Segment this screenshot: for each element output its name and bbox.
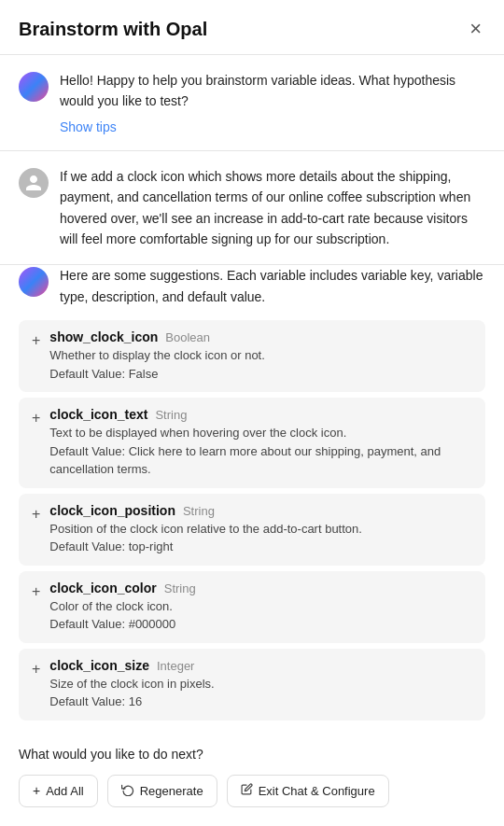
user-message-text: If we add a clock icon which shows more … [60,166,485,250]
card-key-1: clock_icon_text [49,407,147,422]
card-content-0: show_clock_icon Boolean Whether to displ… [49,329,472,383]
dialog: Brainstorm with Opal × Hello! Happy to h… [0,0,504,826]
show-tips-link[interactable]: Show tips [60,119,117,134]
card-clock-icon-position[interactable]: + clock_icon_position String Position of… [19,494,485,566]
card-plus-icon-3: + [32,581,40,602]
card-desc-1: Text to be displayed when hovering over … [49,424,472,479]
regenerate-icon [121,783,134,799]
card-desc-2: Position of the clock icon relative to t… [49,520,472,556]
card-clock-icon-size[interactable]: + clock_icon_size Integer Size of the cl… [19,649,485,721]
suggestion-cards-list: + show_clock_icon Boolean Whether to dis… [19,320,485,721]
card-clock-icon-color[interactable]: + clock_icon_color String Color of the c… [19,571,485,643]
card-type-0: Boolean [165,330,210,344]
user-message-block: If we add a clock icon which shows more … [0,151,504,265]
user-message-content: If we add a clock icon which shows more … [60,166,485,250]
card-content-1: clock_icon_text String Text to be displa… [49,407,472,479]
opal-greeting-text: Hello! Happy to help you brainstorm vari… [60,70,485,112]
dialog-title: Brainstorm with Opal [19,19,207,40]
card-content-4: clock_icon_size Integer Size of the cloc… [49,658,472,711]
user-icon [24,174,43,192]
opal-avatar-2 [19,267,49,297]
card-title-row-3: clock_icon_color String [49,581,472,595]
card-content-2: clock_icon_position String Position of t… [49,503,472,556]
opal-avatar [19,72,49,102]
card-clock-icon-text[interactable]: + clock_icon_text String Text to be disp… [19,398,485,488]
card-plus-icon-1: + [32,408,40,428]
card-title-row-0: show_clock_icon Boolean [49,329,472,344]
card-type-3: String [164,581,196,595]
card-title-row-2: clock_icon_position String [49,503,472,518]
card-key-4: clock_icon_size [49,658,149,673]
card-key-0: show_clock_icon [49,329,158,344]
card-show-clock-icon[interactable]: + show_clock_icon Boolean Whether to dis… [19,320,485,392]
what-next-label: What would you like to do next? [0,735,504,771]
card-key-2: clock_icon_position [49,503,175,518]
add-all-icon: + [33,783,40,798]
suggestions-intro-content: Here are some suggestions. Each variable… [60,265,485,307]
opal-greeting-content: Hello! Happy to help you brainstorm vari… [60,70,485,135]
card-key-3: clock_icon_color [49,581,156,595]
exit-chat-configure-label: Exit Chat & Configure [259,784,375,798]
add-all-button[interactable]: + Add All [19,775,98,807]
suggestions-container: Here are some suggestions. Each variable… [0,265,504,735]
exit-chat-configure-button[interactable]: Exit Chat & Configure [227,775,389,807]
action-buttons: + Add All Regenerate Exit Chat & Configu… [0,771,504,826]
suggestions-intro: Here are some suggestions. Each variable… [19,265,485,307]
close-button[interactable]: × [466,17,485,41]
card-type-4: Integer [157,659,194,673]
card-type-1: String [155,408,187,422]
card-desc-0: Whether to display the clock icon or not… [49,346,472,383]
card-plus-icon-2: + [32,504,40,525]
pencil-icon [241,783,253,798]
suggestions-intro-text: Here are some suggestions. Each variable… [60,265,485,307]
dialog-header: Brainstorm with Opal × [0,0,504,54]
add-all-label: Add All [46,784,83,798]
card-title-row-4: clock_icon_size Integer [49,658,472,673]
opal-greeting-block: Hello! Happy to help you brainstorm vari… [0,55,504,150]
card-content-3: clock_icon_color String Color of the clo… [49,581,472,634]
card-plus-icon-0: + [32,330,40,351]
user-avatar [19,168,49,198]
card-desc-4: Size of the clock icon in pixels. Defaul… [49,675,472,711]
regenerate-label: Regenerate [140,784,203,798]
regenerate-button[interactable]: Regenerate [107,775,217,807]
card-desc-3: Color of the clock icon. Default Value: … [49,597,472,634]
card-title-row-1: clock_icon_text String [49,407,472,422]
card-plus-icon-4: + [32,659,40,679]
card-type-2: String [183,504,215,518]
